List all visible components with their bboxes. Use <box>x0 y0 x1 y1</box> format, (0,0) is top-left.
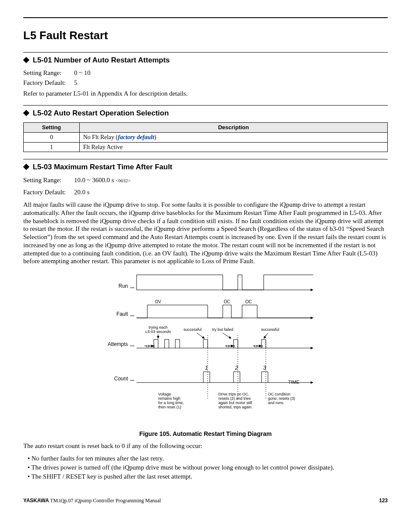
label: Factory Default: <box>23 188 74 196</box>
divider <box>23 159 388 159</box>
label: Factory Default: <box>23 79 74 87</box>
cell-setting: 0 <box>24 133 80 143</box>
factory-default-row: Factory Default: 5 <box>23 79 388 87</box>
svg-text:OC conditiongone, resets (3)an: OC conditiongone, resets (3)and runs. <box>268 392 295 405</box>
svg-text:2: 2 <box>234 364 238 371</box>
svg-text:1: 1 <box>205 364 208 371</box>
factory-default-row: Factory Default: 20.0 s <box>23 188 388 196</box>
footer-doc: TM.iQp.07 iQpump Controller Programming … <box>49 498 161 504</box>
desc-pre: No Flt Relay ( <box>83 134 118 140</box>
list-item: The drives power is turned off (the iQpu… <box>28 464 388 472</box>
table-row: 0 No Flt Relay (factory default) <box>24 133 388 143</box>
label: Setting Range: <box>23 69 74 77</box>
reset-intro: The auto restart count is reset back to … <box>23 442 388 450</box>
subheading-text: L5-01 Number of Auto Restart Attempts <box>33 56 170 64</box>
cell-description: Flt Relay Active <box>80 142 388 152</box>
divider <box>23 105 388 106</box>
divider <box>23 52 388 53</box>
footer-left: YASKAWA TM.iQp.07 iQpump Controller Prog… <box>23 498 161 504</box>
timing-diagram: Run Fault Attempts Count OV OC OC trying… <box>23 271 388 428</box>
svg-text:Drive trips on OC,resets (2) a: Drive trips on OC,resets (2) and triesag… <box>218 392 252 409</box>
page-footer: YASKAWA TM.iQp.07 iQpump Controller Prog… <box>23 498 388 504</box>
list-item: The SHIFT / RESET key is pushed after th… <box>28 473 388 481</box>
desc-em: factory default <box>118 134 154 140</box>
svg-text:Run: Run <box>118 283 128 289</box>
timing-diagram-svg: Run Fault Attempts Count OV OC OC trying… <box>93 271 318 426</box>
subheading-l5-03: ◆L5-03 Maximum Restart Time After Fault <box>23 162 388 172</box>
svg-text:Count: Count <box>114 376 128 382</box>
diamond-icon: ◆ <box>23 55 29 64</box>
diamond-icon: ◆ <box>23 108 29 117</box>
svg-text:Attempts: Attempts <box>108 341 128 347</box>
th-setting: Setting <box>24 122 80 132</box>
svg-text:3: 3 <box>263 364 266 371</box>
value: 20.0 s <box>74 188 90 196</box>
value-sup: <0032> <box>115 178 130 183</box>
cell-description: No Flt Relay (factory default) <box>80 133 388 143</box>
svg-text:OV: OV <box>155 299 162 304</box>
svg-text:OC: OC <box>224 299 230 304</box>
subheading-text: L5-02 Auto Restart Operation Selection <box>33 109 169 117</box>
figure-caption: Figure 105. Automatic Restart Timing Dia… <box>23 430 388 438</box>
svg-text:trying eachL5-03 seconds: trying eachL5-03 seconds <box>145 325 171 334</box>
value: 0 ~ 10 <box>74 69 90 77</box>
svg-text:successful: successful <box>184 327 202 332</box>
subheading-text: L5-03 Maximum Restart Time After Fault <box>33 163 172 171</box>
diamond-icon: ◆ <box>23 162 29 171</box>
table-row: 1 Flt Relay Active <box>24 142 388 152</box>
refer-text: Refer to parameter L5-01 in Appendix A f… <box>23 90 388 98</box>
desc-post: ) <box>154 134 156 140</box>
setting-range-row: Setting Range: 10.0 ~ 3600.0 s <0032> <box>23 176 388 184</box>
footer-page-number: 123 <box>379 498 388 504</box>
svg-text:TIME: TIME <box>288 380 299 385</box>
subheading-l5-02: ◆L5-02 Auto Restart Operation Selection <box>23 108 388 118</box>
svg-line-19 <box>223 333 231 339</box>
th-description: Description <box>80 122 388 132</box>
svg-text:successful: successful <box>261 327 279 332</box>
body-paragraph: All major faults will cause the iQpump d… <box>23 201 388 265</box>
svg-line-18 <box>197 333 205 339</box>
value: 5 <box>74 79 78 87</box>
reset-list: No further faults for ten minutes after … <box>28 454 388 480</box>
svg-text:OC: OC <box>246 299 252 304</box>
cell-setting: 1 <box>24 142 80 152</box>
settings-table: Setting Description 0 No Flt Relay (fact… <box>23 122 388 152</box>
label: Setting Range: <box>23 176 74 184</box>
top-rule <box>23 17 388 18</box>
svg-text:Fault: Fault <box>116 311 128 317</box>
value-text: 10.0 ~ 3600.0 s <box>74 177 115 184</box>
setting-range-row: Setting Range: 0 ~ 10 <box>23 69 388 77</box>
svg-text:Voltageremains highfor a long : Voltageremains highfor a long time,then … <box>158 392 184 409</box>
desc-pre: Flt Relay Active <box>83 144 123 150</box>
value: 10.0 ~ 3600.0 s <0032> <box>74 176 131 184</box>
section-title: L5 Fault Restart <box>23 28 388 43</box>
list-item: No further faults for ten minutes after … <box>28 454 388 463</box>
subheading-l5-01: ◆L5-01 Number of Auto Restart Attempts <box>23 55 388 65</box>
svg-text:try but failed: try but failed <box>212 327 233 332</box>
footer-brand: YASKAWA <box>23 498 49 504</box>
